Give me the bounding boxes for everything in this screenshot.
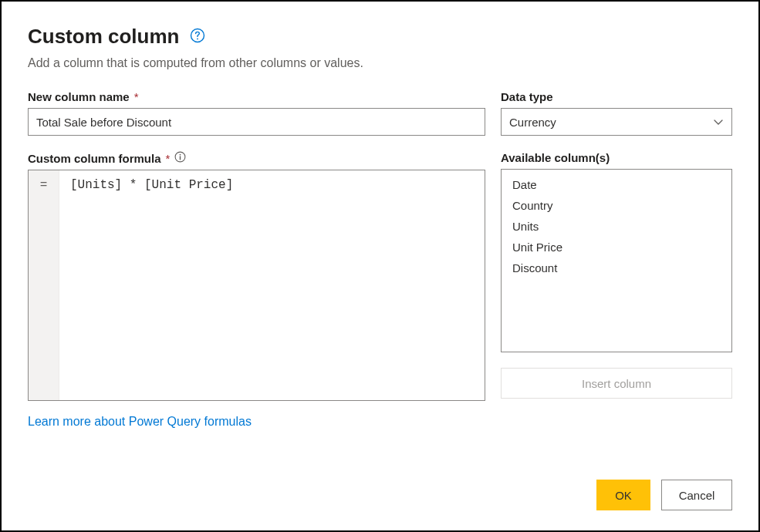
formula-gutter: = <box>29 170 59 400</box>
form-main-row: Custom column formula * = [Units] * [Uni… <box>28 151 732 429</box>
list-item[interactable]: Date <box>502 174 731 195</box>
title-row: Custom column <box>28 25 732 49</box>
form-top-row: New column name * Data type Currency <box>28 90 732 136</box>
svg-point-3 <box>180 154 181 156</box>
custom-column-dialog: Custom column Add a column that is compu… <box>0 0 760 532</box>
cancel-button[interactable]: Cancel <box>661 480 732 510</box>
formula-text[interactable]: [Units] * [Unit Price] <box>59 170 485 400</box>
insert-column-button[interactable]: Insert column <box>501 368 732 399</box>
data-type-select[interactable]: Currency <box>501 108 732 136</box>
dialog-subtitle: Add a column that is computed from other… <box>28 56 732 70</box>
svg-point-1 <box>198 39 199 40</box>
dialog-footer: OK Cancel <box>596 480 732 510</box>
available-columns-list[interactable]: Date Country Units Unit Price Discount <box>501 169 732 352</box>
label-text: Custom column formula <box>28 152 161 165</box>
label-text: New column name <box>28 90 130 103</box>
list-item[interactable]: Country <box>502 195 731 216</box>
list-item[interactable]: Discount <box>502 258 731 278</box>
list-item[interactable]: Units <box>502 216 731 237</box>
formula-editor[interactable]: = [Units] * [Unit Price] <box>28 170 485 401</box>
new-column-name-input[interactable] <box>28 108 485 136</box>
data-type-value: Currency <box>509 116 556 129</box>
help-icon[interactable] <box>190 28 205 45</box>
formula-label: Custom column formula * <box>28 151 485 165</box>
learn-more-link[interactable]: Learn more about Power Query formulas <box>28 415 252 429</box>
required-mark: * <box>134 90 139 103</box>
available-columns-label: Available column(s) <box>501 151 732 164</box>
ok-button[interactable]: OK <box>596 480 650 510</box>
new-column-name-label: New column name * <box>28 90 485 103</box>
data-type-label: Data type <box>501 90 732 103</box>
dialog-title: Custom column <box>28 25 179 49</box>
svg-rect-4 <box>180 156 181 160</box>
info-icon[interactable] <box>174 151 186 165</box>
required-mark: * <box>166 152 171 165</box>
list-item[interactable]: Unit Price <box>502 237 731 258</box>
